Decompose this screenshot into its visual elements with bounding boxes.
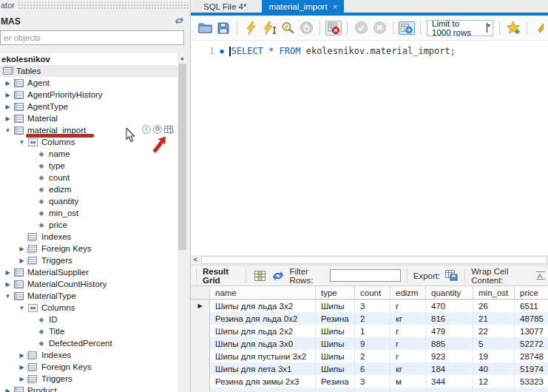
save-icon[interactable] (216, 19, 231, 37)
column-header[interactable]: price (515, 286, 548, 300)
grid-cell[interactable] (390, 388, 426, 392)
tree-item-material[interactable]: ▶Material (0, 112, 177, 124)
tree-item-triggers[interactable]: ▶Triggers (0, 373, 177, 385)
grid-cell[interactable]: кг (390, 312, 426, 325)
grid-cell[interactable]: 52272 (515, 337, 548, 350)
grid-cell[interactable]: 22 (473, 325, 515, 337)
chevron-right-icon[interactable]: ▶ (3, 115, 13, 122)
tree-item-agentpriorityhistory[interactable]: ▶AgentPriorityHistory (0, 89, 177, 101)
column-header[interactable]: quantity (426, 286, 473, 300)
schema-filter-input[interactable] (0, 30, 184, 45)
tree-item-indexes[interactable]: Indexes (0, 231, 177, 243)
row-selector-cell[interactable] (191, 312, 210, 325)
rollback-icon[interactable] (372, 19, 387, 37)
explain-icon[interactable] (280, 19, 295, 37)
commit-icon[interactable] (354, 19, 368, 37)
row-selector-cell[interactable]: ▶ (191, 300, 210, 312)
tree-item-product[interactable]: ▶Product (0, 385, 177, 392)
wrap-cell-icon[interactable]: A (533, 267, 548, 285)
grid-cell[interactable]: 470 (426, 300, 473, 312)
row-selector-cell[interactable] (191, 375, 210, 388)
tree-item-price[interactable]: ◆price (0, 219, 177, 231)
chevron-right-icon[interactable]: ▶ (3, 92, 13, 98)
column-header[interactable]: edizm (390, 286, 426, 300)
tree-item-count[interactable]: ◆count (0, 172, 177, 183)
scroll-up-icon[interactable]: ▲ (177, 53, 187, 63)
grid-cell[interactable]: 1 (355, 325, 390, 337)
table-row[interactable]: Резина для льда 0x2Резина2кг8162148785 (191, 312, 548, 325)
tree-item-type[interactable]: ◆type (0, 160, 177, 172)
tree-item-materialcounthistory[interactable]: ▶MaterialCountHistory (0, 278, 177, 290)
chevron-right-icon[interactable]: ▶ (17, 257, 27, 264)
chevron-right-icon[interactable]: ▶ (3, 281, 13, 288)
tree-item-ekolesnikov[interactable]: ekolesnikov (0, 53, 177, 65)
grid-cell[interactable]: Шипы для льда 2x2 (210, 325, 316, 337)
export-save-icon[interactable] (444, 267, 459, 285)
chevron-right-icon[interactable]: ▶ (3, 269, 13, 276)
table-row[interactable]: ▶Шипы для льда 3x2Шипы3г470266511 (191, 300, 548, 312)
tree-item-min_ost[interactable]: ◆min_ost (0, 207, 177, 219)
scrollbar-thumb[interactable] (178, 64, 186, 250)
table-row[interactable]: Резина для зимы 2x3Резина3м3441253323 (191, 375, 548, 388)
close-icon[interactable]: × (333, 2, 337, 11)
grid-cell[interactable]: 9 (355, 337, 390, 350)
tree-item-triggers[interactable]: ▶Triggers (0, 254, 177, 266)
execute-icon[interactable] (243, 19, 258, 37)
tree-item-agenttype[interactable]: ▶AgentType (0, 101, 177, 112)
table-row[interactable]: Шипы для пустыни 3x2Шипы2г9231928748 (191, 350, 548, 362)
grid-cell[interactable]: Шипы для лета 3x1 (210, 362, 316, 375)
grid-cell[interactable]: г (390, 300, 426, 312)
column-header[interactable]: count (355, 286, 390, 300)
grid-cell[interactable] (316, 388, 355, 392)
filter-rows-input[interactable] (330, 269, 401, 282)
chevron-right-icon[interactable]: ▶ (17, 364, 27, 371)
row-selector-cell[interactable] (191, 388, 210, 392)
grid-cell[interactable]: Резина для зимы 2x3 (210, 375, 316, 388)
scroll-left-icon[interactable]: < (191, 255, 200, 265)
chevron-down-icon[interactable]: ▼ (3, 293, 13, 300)
tree-item-title[interactable]: ◆Title (0, 325, 177, 337)
chevron-down-icon[interactable]: ▼ (3, 127, 13, 134)
grid-cell[interactable]: м (390, 375, 426, 388)
grid-cell[interactable]: 12 (473, 375, 515, 388)
grid-cell[interactable]: 48785 (515, 312, 548, 325)
grid-cell[interactable]: 6 (355, 362, 390, 375)
grid-cell[interactable]: Шипы (316, 362, 355, 375)
grid-cell[interactable]: 885 (426, 337, 473, 350)
table-row[interactable]: Шипы для льда 3x0Шипы9г885552272 (191, 337, 548, 350)
tree-item-edizm[interactable]: ◆edizm (0, 183, 177, 195)
result-grid[interactable]: nametypecountedizmquantitymin_ostprice▶Ш… (191, 285, 548, 392)
grid-cell[interactable]: кг (390, 362, 426, 375)
grid-cell[interactable]: 2 (355, 312, 390, 325)
chevron-down-icon[interactable]: ▼ (17, 139, 27, 146)
grid-cell[interactable]: Шипы (316, 337, 355, 350)
tree-item-foreign-keys[interactable]: ▶Foreign Keys (0, 361, 177, 373)
info-icon[interactable]: i (142, 125, 151, 134)
sql-code-line[interactable]: 1 ● SELECT * FROM ekolesnikov.material_i… (191, 46, 456, 56)
tab-material_import[interactable]: material_import× (262, 0, 344, 13)
grid-cell[interactable] (426, 388, 473, 392)
tree-item-foreign-keys[interactable]: ▶Foreign Keys (0, 243, 177, 254)
tree-item-tables[interactable]: Tables (0, 65, 177, 77)
chevron-right-icon[interactable]: ▶ (17, 352, 27, 359)
chevron-right-icon[interactable]: ▶ (17, 246, 27, 252)
grid-cell[interactable] (210, 388, 316, 392)
grid-cell[interactable]: 28748 (515, 350, 548, 362)
column-header[interactable]: type (316, 286, 355, 300)
column-header[interactable]: name (210, 286, 316, 300)
grid-cell[interactable]: г (390, 337, 426, 350)
grid-cell[interactable]: 51974 (515, 362, 548, 375)
grid-cell[interactable]: г (390, 325, 426, 337)
navigator-scrollbar[interactable]: ▲ (177, 53, 187, 392)
row-selector-cell[interactable] (191, 350, 210, 362)
grid-cell[interactable]: 21 (473, 312, 515, 325)
grid-cell[interactable]: 40 (473, 362, 515, 375)
grid-cell[interactable]: Шипы (316, 350, 355, 362)
toggle-stop-on-error-icon[interactable] (326, 19, 341, 37)
tree-item-agent[interactable]: ▶Agent (0, 77, 177, 89)
grid-cell[interactable]: 816 (426, 312, 473, 325)
table-row[interactable]: Шипы для лета 3x1Шипы6кг1844051974 (191, 362, 548, 375)
row-selector-cell[interactable] (191, 362, 210, 375)
chevron-right-icon[interactable]: ▶ (3, 80, 13, 87)
column-header[interactable]: min_ost (473, 286, 515, 300)
